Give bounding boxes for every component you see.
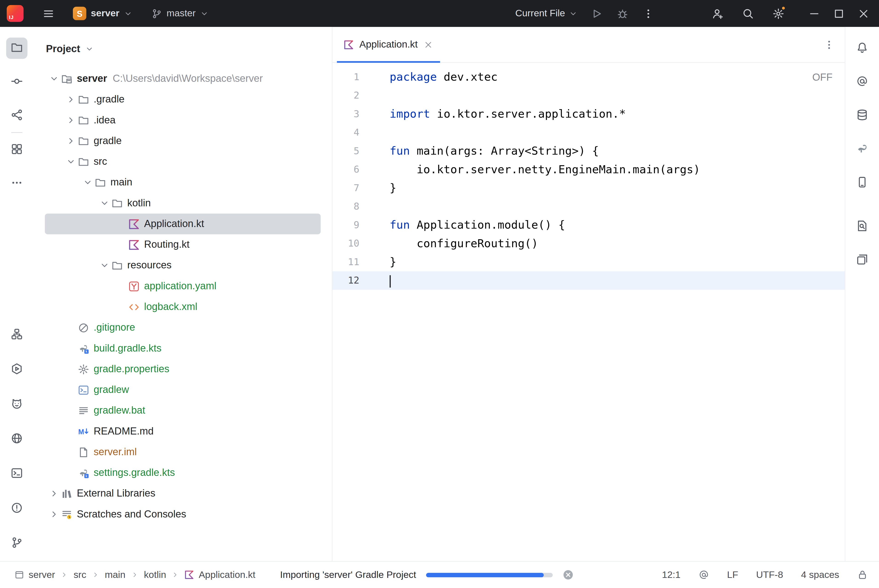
problems-tool-button[interactable] — [6, 498, 28, 519]
code-line-10[interactable]: 10 configureRouting() — [333, 234, 845, 253]
chevron-right-icon[interactable] — [64, 116, 78, 125]
encoding-widget[interactable]: UTF-8 — [756, 569, 783, 580]
notifications-tool-button[interactable] — [851, 38, 873, 59]
chevron-down-icon[interactable] — [81, 178, 94, 187]
breadcrumb-main[interactable]: main — [105, 569, 126, 580]
web-tool-button[interactable] — [6, 428, 28, 450]
chevron-right-icon[interactable] — [47, 509, 61, 519]
gradle-tool-button[interactable] — [851, 138, 873, 160]
build-tool-button[interactable] — [6, 324, 28, 345]
project-tool-button[interactable] — [6, 38, 28, 59]
tab-options-button[interactable] — [824, 39, 835, 50]
line-number[interactable]: 12 — [333, 272, 376, 290]
cat-tool-button[interactable] — [6, 393, 28, 415]
line-number[interactable]: 7 — [333, 179, 376, 197]
line-number[interactable]: 4 — [333, 123, 376, 142]
tree-item-build.gradle.kts[interactable]: kbuild.gradle.kts — [33, 338, 332, 358]
tree-item-main[interactable]: main — [33, 172, 332, 193]
line-number[interactable]: 9 — [333, 216, 376, 234]
debug-button[interactable] — [611, 2, 634, 25]
find-tool-button[interactable] — [851, 216, 873, 237]
tree-item-.idea[interactable]: .idea — [33, 110, 332, 130]
copies-tool-button[interactable] — [851, 249, 873, 271]
vcs-branch-widget[interactable]: master — [147, 6, 213, 21]
breadcrumb-src[interactable]: src — [74, 569, 86, 580]
tree-item-external-libraries[interactable]: External Libraries — [33, 483, 332, 504]
pull-requests-tool-button[interactable] — [6, 105, 28, 126]
commit-tool-button[interactable] — [6, 71, 28, 93]
cancel-progress-button[interactable] — [563, 569, 574, 580]
code-line-4[interactable]: 4 — [333, 123, 845, 142]
tree-item-application.kt[interactable]: Application.kt — [45, 213, 321, 234]
version-control-tool-button[interactable] — [6, 532, 28, 554]
tree-item-gradle.properties[interactable]: gradle.properties — [33, 358, 332, 380]
terminal-tool-button[interactable] — [6, 463, 28, 484]
tree-item-resources[interactable]: resources — [33, 255, 332, 276]
project-panel-header[interactable]: Project — [33, 27, 332, 63]
tree-item-.gradle[interactable]: .gradle — [33, 89, 332, 110]
chevron-down-icon[interactable] — [98, 198, 111, 208]
chevron-right-icon[interactable] — [64, 136, 78, 146]
tree-item-server[interactable]: serverC:\Users\david\Workspace\server — [33, 69, 332, 89]
maximize-button[interactable] — [826, 1, 851, 26]
breadcrumb-application.kt[interactable]: Application.kt — [185, 569, 255, 580]
tree-item-.gitignore[interactable]: .gitignore — [33, 317, 332, 338]
editor-tab-application-kt[interactable]: Application.kt — [337, 27, 440, 62]
search-everywhere-button[interactable] — [736, 2, 759, 25]
run-configuration-selector[interactable]: Current File — [511, 6, 582, 21]
line-separator-widget[interactable]: LF — [727, 569, 738, 580]
more-tool-button[interactable] — [6, 172, 28, 194]
line-number[interactable]: 5 — [333, 142, 376, 160]
code-line-7[interactable]: 7} — [333, 179, 845, 197]
tree-item-kotlin[interactable]: kotlin — [33, 193, 332, 213]
device-tool-button[interactable] — [851, 172, 873, 194]
line-number[interactable]: 10 — [333, 234, 376, 253]
minimize-button[interactable] — [801, 1, 826, 26]
line-number[interactable]: 11 — [333, 253, 376, 272]
tree-item-server.iml[interactable]: server.iml — [33, 442, 332, 462]
line-number[interactable]: 3 — [333, 105, 376, 123]
code-line-1[interactable]: 1package dev.xtec — [333, 68, 845, 86]
tree-item-gradlew.bat[interactable]: gradlew.bat — [33, 400, 332, 421]
database-tool-button[interactable] — [851, 105, 873, 126]
tree-item-application.yaml[interactable]: application.yaml — [33, 276, 332, 296]
chevron-right-icon[interactable] — [47, 489, 61, 498]
code-line-11[interactable]: 11} — [333, 253, 845, 272]
tree-item-logback.xml[interactable]: logback.xml — [33, 296, 332, 317]
code-with-me-button[interactable] — [706, 2, 729, 25]
chevron-down-icon[interactable] — [64, 157, 78, 166]
indent-widget[interactable]: 4 spaces — [801, 569, 839, 580]
readonly-toggle-button[interactable] — [857, 569, 868, 580]
chevron-down-icon[interactable] — [98, 261, 111, 270]
code-line-9[interactable]: 9fun Application.module() { — [333, 216, 845, 234]
tree-item-gradlew[interactable]: gradlew — [33, 380, 332, 400]
close-button[interactable] — [851, 1, 876, 26]
code-line-5[interactable]: 5fun main(args: Array<String>) { — [333, 142, 845, 160]
code-line-2[interactable]: 2 — [333, 86, 845, 105]
structure-tool-button[interactable] — [6, 139, 28, 160]
project-widget[interactable]: S server — [69, 4, 137, 22]
tree-item-readme.md[interactable]: MREADME.md — [33, 421, 332, 442]
tree-item-scratches-and-consoles[interactable]: Scratches and Consoles — [33, 504, 332, 525]
code-line-8[interactable]: 8 — [333, 197, 845, 216]
tree-item-routing.kt[interactable]: Routing.kt — [33, 234, 332, 255]
ai-assistant-tool-button[interactable] — [851, 71, 873, 93]
settings-button[interactable] — [767, 2, 789, 25]
ai-assistant-status-button[interactable] — [698, 569, 709, 580]
breadcrumb-kotlin[interactable]: kotlin — [144, 569, 166, 580]
code-editor[interactable]: OFF 1package dev.xtec23import io.ktor.se… — [333, 63, 845, 561]
tree-item-gradle[interactable]: gradle — [33, 130, 332, 151]
code-line-6[interactable]: 6 io.ktor.server.netty.EngineMain.main(a… — [333, 160, 845, 179]
more-actions-button[interactable] — [637, 2, 659, 25]
chevron-down-icon[interactable] — [47, 74, 61, 83]
services-tool-button[interactable] — [6, 358, 28, 380]
line-number[interactable]: 1 — [333, 68, 376, 86]
tree-item-src[interactable]: src — [33, 152, 332, 172]
main-menu-button[interactable] — [37, 2, 60, 25]
tab-close-button[interactable] — [424, 40, 432, 48]
line-number[interactable]: 6 — [333, 160, 376, 179]
tree-item-settings.gradle.kts[interactable]: ksettings.gradle.kts — [33, 462, 332, 483]
line-number[interactable]: 8 — [333, 197, 376, 216]
code-line-3[interactable]: 3import io.ktor.server.application.* — [333, 105, 845, 123]
run-button[interactable] — [585, 2, 608, 25]
